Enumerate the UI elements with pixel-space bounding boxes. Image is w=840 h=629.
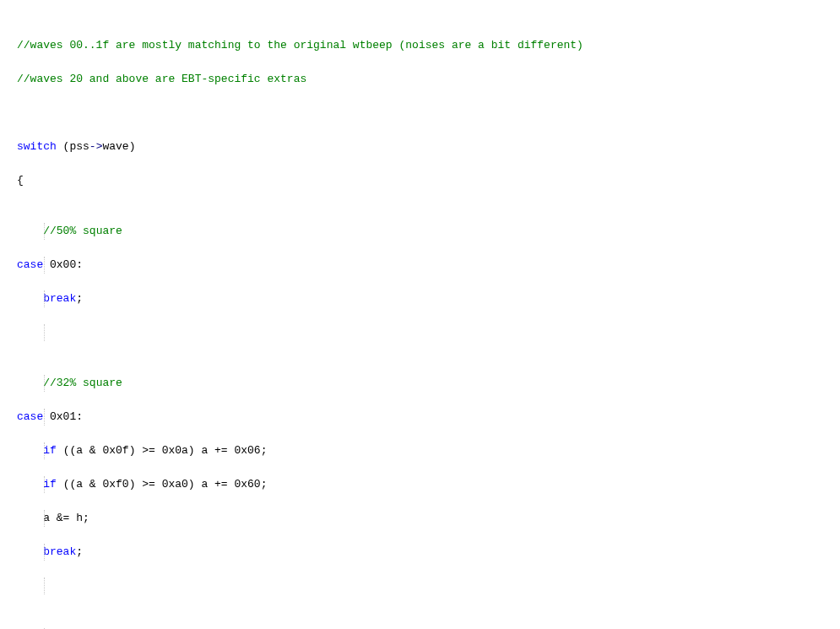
keyword-if: if (43, 444, 57, 457)
keyword-case: case (17, 258, 43, 271)
code-text: ((a & 0x0f) >= 0x0a) a += 0x06; (57, 444, 268, 457)
comment: //waves 20 and above are EBT-specific ex… (17, 73, 306, 85)
identifier: pss (69, 140, 89, 153)
paren-open: ( (57, 140, 70, 153)
comment: //waves 00..1f are mostly matching to th… (17, 39, 583, 52)
keyword-if: if (43, 478, 57, 491)
keyword-case: case (17, 410, 43, 423)
paren-close: ) (129, 140, 136, 153)
semicolon: ; (76, 292, 83, 305)
keyword-switch: switch (17, 140, 57, 153)
code-text: ((a & 0xf0) >= 0xa0) a += 0x60; (57, 478, 268, 491)
identifier: wave (102, 140, 128, 153)
brace-open: { (17, 174, 24, 187)
semicolon: ; (76, 545, 83, 558)
case-value: 0x00: (43, 258, 83, 271)
comment: //32% square (43, 377, 122, 389)
code-editor[interactable]: //waves 00..1f are mostly matching to th… (0, 0, 840, 629)
keyword-break: break (43, 545, 76, 558)
arrow-op: -> (89, 140, 103, 153)
case-value: 0x01: (43, 410, 83, 423)
code-text: a &= h; (43, 512, 89, 524)
comment: //50% square (43, 225, 122, 237)
keyword-break: break (43, 292, 76, 305)
